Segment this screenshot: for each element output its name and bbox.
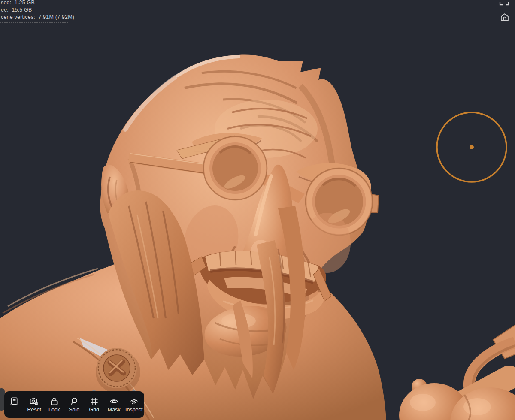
eye-magnifier-icon — [129, 396, 139, 406]
camera-reset-icon — [29, 396, 39, 406]
toolbar-item-label: Inspect — [125, 407, 142, 413]
toolbar-item-label: Solo — [69, 407, 79, 413]
bottom-toolbar: ... Reset Lock — [4, 391, 144, 418]
memory-stats: sed: 1.25 GBee: 15.5 GBcene vertices: 7.… — [1, 0, 74, 21]
toolbar-item-label: ... — [12, 407, 16, 413]
toolbar-item-lock[interactable]: Lock — [44, 393, 64, 417]
toolbar-item-label: Mask — [108, 407, 121, 413]
magnifier-icon — [69, 396, 79, 406]
fullscreen-icon[interactable] — [498, 0, 511, 7]
toolbar-item-grid[interactable]: Grid — [84, 393, 104, 417]
sculpt-hand-and-prop — [399, 325, 515, 420]
sculpt-viewport[interactable]: sed: 1.25 GBee: 15.5 GBcene vertices: 7.… — [0, 0, 515, 420]
grid-caret-icon — [92, 389, 96, 391]
toolbar-item-mask[interactable]: Mask — [104, 393, 124, 417]
stats-separator — [0, 22, 68, 23]
toolbar-item-label: Grid — [89, 407, 99, 413]
toolbar-item-menu[interactable]: ... — [4, 393, 24, 417]
scene-vertices: cene vertices: 7.91M (7.92M) — [1, 14, 74, 20]
viewport-canvas[interactable] — [0, 0, 515, 420]
lock-icon — [49, 396, 59, 406]
eye-icon — [109, 396, 119, 406]
toolbar-item-reset[interactable]: Reset — [24, 393, 45, 417]
home-icon[interactable] — [500, 12, 510, 22]
inspect-caret-icon — [132, 389, 136, 391]
toolbar-item-label: Reset — [27, 407, 41, 413]
grid-frame-icon — [89, 396, 99, 406]
toolbar-item-inspect[interactable]: Inspect — [124, 393, 144, 417]
brush-cursor[interactable] — [437, 112, 506, 182]
toolbar-item-solo[interactable]: Solo — [64, 393, 85, 417]
book-icon — [9, 396, 19, 406]
memory-free: ee: 15.5 GB — [1, 7, 32, 13]
toolbar-item-label: Lock — [48, 407, 60, 413]
sculpt-goggle-left — [203, 136, 267, 200]
memory-used: sed: 1.25 GB — [1, 0, 35, 6]
